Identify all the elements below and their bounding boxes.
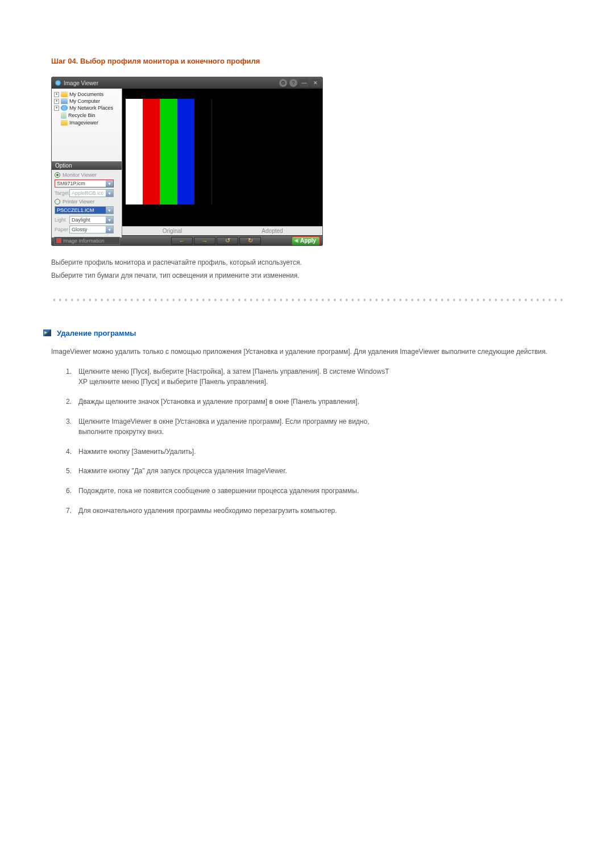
uninstall-intro: ImageViewer можно удалить только с помощ… [51, 347, 563, 357]
section-divider [51, 298, 563, 302]
chevron-down-icon[interactable]: ▼ [106, 207, 113, 214]
expand-icon[interactable]: + [54, 92, 59, 97]
description-line-1: Выберите профиль монитора и распечатайте… [51, 256, 563, 269]
computer-icon [61, 98, 68, 104]
section-icon [43, 329, 51, 336]
chevron-down-icon[interactable]: ▼ [106, 216, 113, 223]
expand-spacer [54, 113, 59, 118]
original-label: Original [122, 227, 222, 235]
step-title: Шаг 04. Выбор профиля монитора и конечно… [51, 57, 563, 65]
footer-bar: Image Information ← → ↺ ↻ Apply [52, 235, 322, 245]
list-item: 6.Подождите, пока не появится сообщение … [64, 486, 563, 496]
printer-viewer-label: Printer Viewer [63, 199, 94, 205]
chevron-down-icon[interactable]: ▼ [106, 180, 113, 187]
image-information[interactable]: Image Information [54, 237, 120, 245]
app-icon [55, 80, 61, 86]
adopted-label: Adopted [222, 227, 322, 235]
tree-label: Recycle Bin [68, 112, 96, 118]
light-select[interactable]: Daylight▼ [69, 216, 114, 224]
target-label: Target [55, 190, 67, 196]
preview-canvas: Original Adopted [122, 89, 322, 235]
window-title: Image Viewer [64, 80, 98, 86]
chevron-down-icon[interactable]: ▼ [106, 190, 113, 197]
uninstall-steps: 1.Щелкните меню [Пуск], выберите [Настро… [51, 366, 563, 516]
network-icon [61, 105, 68, 111]
folder-icon [61, 120, 68, 126]
rotate-ccw-button[interactable]: ↺ [217, 237, 238, 245]
monitor-profile-select[interactable]: SM971P.icm▼ [55, 180, 114, 187]
recycle-bin-icon [61, 112, 67, 119]
info-icon [56, 238, 61, 243]
apply-button[interactable]: Apply [292, 236, 320, 245]
settings-icon[interactable]: ⚙ [279, 79, 287, 87]
tree-item[interactable]: Recycle Bin [54, 111, 119, 119]
tree-label: Imageviewer [69, 120, 98, 126]
expand-icon[interactable]: + [54, 99, 59, 104]
printer-radio[interactable] [55, 199, 60, 205]
close-button[interactable]: ✕ [311, 79, 320, 87]
tree-item[interactable]: Imageviewer [54, 119, 119, 126]
folder-tree: +My Documents +My Computer +My Network P… [52, 89, 122, 161]
color-test-pattern [126, 99, 212, 205]
target-select[interactable]: AppleRGB.icc▼ [69, 189, 114, 197]
option-panel: Monitor Viewer SM971P.icm▼ TargetAppleRG… [52, 170, 122, 237]
tree-item[interactable]: +My Documents [54, 91, 119, 98]
list-item: 1.Щелкните меню [Пуск], выберите [Настро… [64, 366, 563, 387]
minimize-button[interactable]: — [300, 79, 309, 87]
list-item: 5.Нажмите кнопку "Да" для запуск процесс… [64, 466, 563, 477]
monitor-viewer-label: Monitor Viewer [63, 172, 97, 178]
tree-label: My Computer [69, 98, 100, 104]
next-button[interactable]: → [194, 237, 215, 245]
light-label: Light [55, 217, 67, 223]
tree-item[interactable]: +My Network Places [54, 105, 119, 111]
list-item: 4.Нажмите кнопку [Заменить/Удалить]. [64, 446, 563, 457]
image-viewer-window: Image Viewer ⚙ ? — ✕ +My Documents +My C… [51, 77, 323, 246]
expand-icon[interactable]: + [54, 106, 59, 111]
tree-label: My Network Places [69, 105, 113, 111]
folder-icon [61, 91, 68, 97]
list-item: 2.Дважды щелкните значок [Установка и уд… [64, 397, 563, 407]
help-icon[interactable]: ? [289, 79, 297, 87]
tree-item[interactable]: +My Computer [54, 98, 119, 105]
list-item: 3.Щелкните ImageViewer в окне [Установка… [64, 416, 563, 437]
titlebar: Image Viewer ⚙ ? — ✕ [52, 77, 322, 89]
uninstall-title: Удаление программы [57, 329, 136, 337]
chevron-down-icon[interactable]: ▼ [106, 226, 113, 233]
paper-label: Paper [55, 227, 67, 232]
list-item: 7.Для окончательного удаления программы … [64, 506, 563, 516]
rotate-cw-button[interactable]: ↻ [239, 237, 261, 245]
monitor-radio[interactable] [55, 172, 60, 178]
printer-profile-select[interactable]: PSCCZEL1.ICM▼ [55, 206, 114, 214]
description-line-2: Выберите тип бумаги для печати, тип осве… [51, 269, 563, 282]
option-header: Option [52, 161, 122, 170]
paper-select[interactable]: Glossy▼ [69, 226, 114, 233]
prev-button[interactable]: ← [171, 237, 193, 245]
tree-label: My Documents [69, 91, 103, 97]
expand-spacer [54, 120, 59, 126]
sidebar: +My Documents +My Computer +My Network P… [52, 89, 122, 235]
